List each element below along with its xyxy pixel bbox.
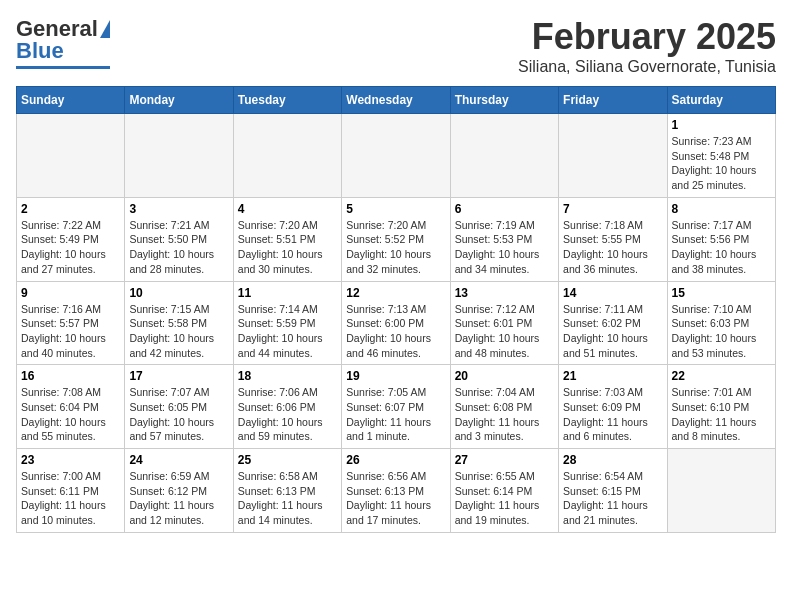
- day-number: 16: [21, 369, 120, 383]
- day-number: 28: [563, 453, 662, 467]
- day-number: 25: [238, 453, 337, 467]
- calendar-cell: 12Sunrise: 7:13 AMSunset: 6:00 PMDayligh…: [342, 281, 450, 365]
- calendar-cell: [17, 114, 125, 198]
- day-number: 21: [563, 369, 662, 383]
- day-number: 10: [129, 286, 228, 300]
- calendar-cell: 3Sunrise: 7:21 AMSunset: 5:50 PMDaylight…: [125, 197, 233, 281]
- day-number: 26: [346, 453, 445, 467]
- week-row-5: 23Sunrise: 7:00 AMSunset: 6:11 PMDayligh…: [17, 449, 776, 533]
- day-info: Sunrise: 7:20 AMSunset: 5:52 PMDaylight:…: [346, 218, 445, 277]
- calendar-cell: 1Sunrise: 7:23 AMSunset: 5:48 PMDaylight…: [667, 114, 775, 198]
- day-number: 1: [672, 118, 771, 132]
- day-info: Sunrise: 6:58 AMSunset: 6:13 PMDaylight:…: [238, 469, 337, 528]
- calendar-cell: 5Sunrise: 7:20 AMSunset: 5:52 PMDaylight…: [342, 197, 450, 281]
- day-header-wednesday: Wednesday: [342, 87, 450, 114]
- week-row-2: 2Sunrise: 7:22 AMSunset: 5:49 PMDaylight…: [17, 197, 776, 281]
- day-info: Sunrise: 7:17 AMSunset: 5:56 PMDaylight:…: [672, 218, 771, 277]
- logo: General Blue: [16, 16, 110, 69]
- day-number: 7: [563, 202, 662, 216]
- day-info: Sunrise: 7:18 AMSunset: 5:55 PMDaylight:…: [563, 218, 662, 277]
- day-info: Sunrise: 7:21 AMSunset: 5:50 PMDaylight:…: [129, 218, 228, 277]
- day-info: Sunrise: 6:56 AMSunset: 6:13 PMDaylight:…: [346, 469, 445, 528]
- day-number: 9: [21, 286, 120, 300]
- day-info: Sunrise: 6:59 AMSunset: 6:12 PMDaylight:…: [129, 469, 228, 528]
- week-row-3: 9Sunrise: 7:16 AMSunset: 5:57 PMDaylight…: [17, 281, 776, 365]
- day-info: Sunrise: 7:00 AMSunset: 6:11 PMDaylight:…: [21, 469, 120, 528]
- calendar-cell: 10Sunrise: 7:15 AMSunset: 5:58 PMDayligh…: [125, 281, 233, 365]
- day-number: 5: [346, 202, 445, 216]
- calendar-cell: [233, 114, 341, 198]
- day-number: 23: [21, 453, 120, 467]
- day-number: 18: [238, 369, 337, 383]
- day-info: Sunrise: 7:16 AMSunset: 5:57 PMDaylight:…: [21, 302, 120, 361]
- day-number: 14: [563, 286, 662, 300]
- page-header: General Blue February 2025 Siliana, Sili…: [16, 16, 776, 76]
- day-number: 15: [672, 286, 771, 300]
- day-number: 19: [346, 369, 445, 383]
- day-number: 11: [238, 286, 337, 300]
- calendar-cell: 11Sunrise: 7:14 AMSunset: 5:59 PMDayligh…: [233, 281, 341, 365]
- calendar-cell: 20Sunrise: 7:04 AMSunset: 6:08 PMDayligh…: [450, 365, 558, 449]
- calendar-cell: 27Sunrise: 6:55 AMSunset: 6:14 PMDayligh…: [450, 449, 558, 533]
- calendar-cell: 22Sunrise: 7:01 AMSunset: 6:10 PMDayligh…: [667, 365, 775, 449]
- day-info: Sunrise: 7:07 AMSunset: 6:05 PMDaylight:…: [129, 385, 228, 444]
- calendar-cell: 4Sunrise: 7:20 AMSunset: 5:51 PMDaylight…: [233, 197, 341, 281]
- location-title: Siliana, Siliana Governorate, Tunisia: [518, 58, 776, 76]
- day-info: Sunrise: 7:20 AMSunset: 5:51 PMDaylight:…: [238, 218, 337, 277]
- day-number: 20: [455, 369, 554, 383]
- day-info: Sunrise: 7:11 AMSunset: 6:02 PMDaylight:…: [563, 302, 662, 361]
- day-number: 13: [455, 286, 554, 300]
- day-info: Sunrise: 7:12 AMSunset: 6:01 PMDaylight:…: [455, 302, 554, 361]
- calendar-cell: 2Sunrise: 7:22 AMSunset: 5:49 PMDaylight…: [17, 197, 125, 281]
- day-info: Sunrise: 7:19 AMSunset: 5:53 PMDaylight:…: [455, 218, 554, 277]
- day-info: Sunrise: 6:54 AMSunset: 6:15 PMDaylight:…: [563, 469, 662, 528]
- day-info: Sunrise: 7:13 AMSunset: 6:00 PMDaylight:…: [346, 302, 445, 361]
- day-info: Sunrise: 7:03 AMSunset: 6:09 PMDaylight:…: [563, 385, 662, 444]
- logo-blue-text: Blue: [16, 38, 64, 64]
- day-number: 27: [455, 453, 554, 467]
- calendar-cell: 8Sunrise: 7:17 AMSunset: 5:56 PMDaylight…: [667, 197, 775, 281]
- day-info: Sunrise: 7:23 AMSunset: 5:48 PMDaylight:…: [672, 134, 771, 193]
- day-info: Sunrise: 7:04 AMSunset: 6:08 PMDaylight:…: [455, 385, 554, 444]
- day-info: Sunrise: 7:22 AMSunset: 5:49 PMDaylight:…: [21, 218, 120, 277]
- calendar-cell: 17Sunrise: 7:07 AMSunset: 6:05 PMDayligh…: [125, 365, 233, 449]
- day-info: Sunrise: 7:05 AMSunset: 6:07 PMDaylight:…: [346, 385, 445, 444]
- week-row-4: 16Sunrise: 7:08 AMSunset: 6:04 PMDayligh…: [17, 365, 776, 449]
- calendar-cell: 19Sunrise: 7:05 AMSunset: 6:07 PMDayligh…: [342, 365, 450, 449]
- day-info: Sunrise: 7:15 AMSunset: 5:58 PMDaylight:…: [129, 302, 228, 361]
- day-header-thursday: Thursday: [450, 87, 558, 114]
- calendar-cell: [125, 114, 233, 198]
- title-block: February 2025 Siliana, Siliana Governora…: [518, 16, 776, 76]
- day-info: Sunrise: 6:55 AMSunset: 6:14 PMDaylight:…: [455, 469, 554, 528]
- month-title: February 2025: [518, 16, 776, 58]
- calendar-cell: [559, 114, 667, 198]
- calendar-cell: 6Sunrise: 7:19 AMSunset: 5:53 PMDaylight…: [450, 197, 558, 281]
- calendar-cell: 9Sunrise: 7:16 AMSunset: 5:57 PMDaylight…: [17, 281, 125, 365]
- calendar-table: SundayMondayTuesdayWednesdayThursdayFrid…: [16, 86, 776, 533]
- day-header-monday: Monday: [125, 87, 233, 114]
- calendar-cell: 15Sunrise: 7:10 AMSunset: 6:03 PMDayligh…: [667, 281, 775, 365]
- calendar-cell: 16Sunrise: 7:08 AMSunset: 6:04 PMDayligh…: [17, 365, 125, 449]
- calendar-cell: 24Sunrise: 6:59 AMSunset: 6:12 PMDayligh…: [125, 449, 233, 533]
- calendar-cell: [450, 114, 558, 198]
- calendar-cell: 7Sunrise: 7:18 AMSunset: 5:55 PMDaylight…: [559, 197, 667, 281]
- calendar-cell: 26Sunrise: 6:56 AMSunset: 6:13 PMDayligh…: [342, 449, 450, 533]
- day-header-tuesday: Tuesday: [233, 87, 341, 114]
- day-number: 8: [672, 202, 771, 216]
- calendar-cell: [342, 114, 450, 198]
- day-info: Sunrise: 7:10 AMSunset: 6:03 PMDaylight:…: [672, 302, 771, 361]
- calendar-header-row: SundayMondayTuesdayWednesdayThursdayFrid…: [17, 87, 776, 114]
- day-header-saturday: Saturday: [667, 87, 775, 114]
- day-number: 3: [129, 202, 228, 216]
- calendar-cell: 18Sunrise: 7:06 AMSunset: 6:06 PMDayligh…: [233, 365, 341, 449]
- week-row-1: 1Sunrise: 7:23 AMSunset: 5:48 PMDaylight…: [17, 114, 776, 198]
- day-number: 2: [21, 202, 120, 216]
- calendar-cell: 25Sunrise: 6:58 AMSunset: 6:13 PMDayligh…: [233, 449, 341, 533]
- day-number: 4: [238, 202, 337, 216]
- day-header-friday: Friday: [559, 87, 667, 114]
- calendar-cell: 23Sunrise: 7:00 AMSunset: 6:11 PMDayligh…: [17, 449, 125, 533]
- calendar-cell: 14Sunrise: 7:11 AMSunset: 6:02 PMDayligh…: [559, 281, 667, 365]
- day-info: Sunrise: 7:14 AMSunset: 5:59 PMDaylight:…: [238, 302, 337, 361]
- day-info: Sunrise: 7:08 AMSunset: 6:04 PMDaylight:…: [21, 385, 120, 444]
- day-header-sunday: Sunday: [17, 87, 125, 114]
